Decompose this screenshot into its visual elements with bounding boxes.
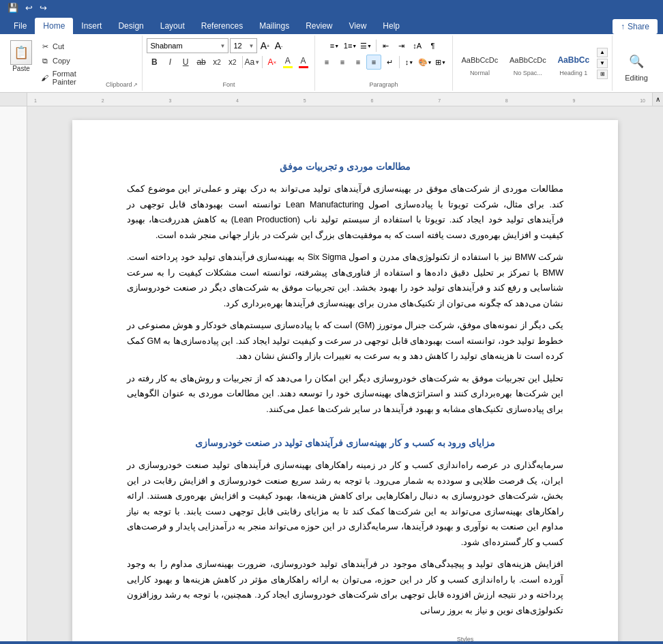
style-nospace-label: No Spac... (514, 70, 542, 76)
ruler-side-left (0, 93, 27, 106)
style-no-spacing[interactable]: AaBbCcDc No Spac... (505, 48, 550, 79)
editing-label: Editing (625, 74, 648, 82)
highlight-button[interactable]: A (280, 55, 295, 70)
align-center-button[interactable]: ≡ (335, 55, 350, 70)
ruler-mark: 7 (438, 98, 441, 103)
tab-mailings[interactable]: Mailings (251, 18, 297, 34)
clipboard-small-buttons: ✂ Cut ⧉ Copy 🖌 Format Painter (37, 40, 104, 87)
clipboard-group: 📋 Paste ✂ Cut ⧉ Copy 🖌 Format Painter (3, 35, 143, 91)
editing-group: 🔍 Editing (613, 35, 660, 91)
separator2 (262, 56, 263, 68)
strikethrough-button[interactable]: ab (194, 55, 209, 70)
font-color-button[interactable]: A (296, 55, 311, 70)
ruler-mark: 9 (573, 98, 576, 103)
font-shrink-button[interactable]: A- (272, 38, 284, 53)
ruler-mark: 1 (34, 98, 37, 103)
doc-paragraph-4: تحلیل این تجربیات موفق به شرکت‌های خودرو… (127, 371, 563, 418)
quick-access-toolbar: 💾 ↩ ↪ (0, 0, 663, 15)
ruler: 1 2 3 4 5 6 7 8 9 10 (27, 93, 652, 106)
font-size-arrow: ▼ (249, 43, 254, 49)
document-area[interactable]: مطالعات موردی و تجربیات موفق مطالعات مور… (27, 106, 663, 641)
share-button[interactable]: ↑ Share (613, 19, 658, 34)
show-marks-button[interactable]: ¶ (426, 38, 441, 53)
doc-paragraph-3: یکی دیگر از نمونه‌های موفق، شرکت جنرال م… (127, 318, 563, 364)
ruler-mark: 6 (370, 98, 373, 103)
ruler-mark: 4 (236, 98, 239, 103)
ribbon-tabs: File Home Insert Design Layout Reference… (0, 15, 663, 34)
tab-help[interactable]: Help (374, 18, 408, 34)
para-row2: ≡ ≡ ≡ ≡ ↵ ↕▼ 🎨▼ ⊞▼ (319, 55, 448, 70)
ruler-mark: 3 (168, 98, 171, 103)
font-grow-button[interactable]: A+ (259, 38, 271, 53)
doc-paragraph-1: مطالعات موردی از شرکت‌های موفق در بهینه‌… (127, 181, 563, 243)
left-margin (0, 106, 27, 641)
format-painter-icon: 🖌 (40, 72, 50, 83)
superscript-button[interactable]: x2 (225, 55, 240, 70)
bullets-button[interactable]: ≡▼ (327, 38, 342, 53)
subscript-button[interactable]: x2 (209, 55, 224, 70)
copy-icon: ⧉ (40, 55, 50, 66)
redo-button[interactable]: ↪ (38, 2, 49, 14)
main-area: مطالعات موردی و تجربیات موفق مطالعات مور… (0, 106, 663, 641)
sort-button[interactable]: ↕A (410, 38, 425, 53)
ruler-mark: 8 (505, 98, 508, 103)
underline-button[interactable]: U (178, 55, 193, 70)
style-nospace-preview: AaBbCcDc (510, 50, 546, 70)
save-button[interactable]: 💾 (5, 2, 20, 14)
style-heading1[interactable]: AaBbCc Heading 1 (553, 48, 594, 79)
shading-button[interactable]: 🎨▼ (417, 55, 432, 70)
font-name-selector[interactable]: Shabnam ▼ (147, 38, 229, 53)
para-sep2 (399, 56, 400, 68)
section-gap (127, 424, 563, 437)
tab-view[interactable]: View (341, 18, 375, 34)
doc-paragraph-6: افزایش هزینه‌های تولید و پیچیدگی‌های موج… (127, 557, 563, 618)
style-normal-label: Normal (470, 70, 490, 76)
cut-button[interactable]: ✂ Cut (37, 40, 104, 53)
font-size-selector[interactable]: 12 ▼ (230, 38, 257, 53)
line-spacing-button[interactable]: ↕▼ (402, 55, 417, 70)
expand-icon[interactable]: ↗ (133, 82, 138, 88)
clear-format-button[interactable]: A× (265, 55, 280, 70)
align-left-button[interactable]: ≡ (319, 55, 334, 70)
style-normal[interactable]: AaBbCcDc Normal (457, 48, 503, 79)
undo-button[interactable]: ↩ (23, 2, 35, 14)
borders-button[interactable]: ⊞▼ (433, 55, 448, 70)
tab-home[interactable]: Home (35, 18, 73, 34)
tab-review[interactable]: Review (297, 18, 340, 34)
format-painter-button[interactable]: 🖌 Format Painter (37, 68, 104, 87)
doc-paragraph-2: شرکت BMW نیز با استفاده از تکنولوژی‌های … (127, 250, 563, 311)
para-sep1 (376, 40, 377, 52)
multilevel-button[interactable]: ☰▼ (359, 38, 374, 53)
font-name-arrow: ▼ (220, 43, 226, 49)
styles-scroll-down[interactable]: ▼ (597, 59, 608, 68)
numbering-button[interactable]: 1≡▼ (343, 38, 358, 53)
search-button[interactable]: 🔍 (625, 50, 647, 72)
cut-icon: ✂ (40, 41, 50, 52)
ruler-area: 1 2 3 4 5 6 7 8 9 10 ∧ (0, 93, 663, 106)
italic-button[interactable]: I (162, 55, 177, 70)
increase-indent-button[interactable]: ⇥ (394, 38, 409, 53)
justify-button[interactable]: ≡ (366, 55, 381, 70)
ribbon: 📋 Paste ✂ Cut ⧉ Copy 🖌 Format Painter (0, 34, 663, 93)
rtl-button[interactable]: ↵ (382, 55, 397, 70)
ribbon-collapse-button[interactable]: ∧ (652, 93, 663, 106)
styles-scroll-up[interactable]: ▲ (597, 48, 608, 57)
case-button[interactable]: Aa▼ (245, 55, 260, 70)
align-right-button[interactable]: ≡ (351, 55, 366, 70)
paragraph-group-label: Paragraph (370, 80, 398, 88)
styles-scroll: ▲ ▼ ⊞ (597, 48, 608, 79)
tab-layout[interactable]: Layout (152, 18, 193, 34)
copy-button[interactable]: ⧉ Copy (37, 54, 104, 68)
tab-references[interactable]: References (193, 18, 251, 34)
paste-button[interactable]: 📋 Paste (7, 38, 35, 74)
styles-expand[interactable]: ⊞ (597, 70, 608, 79)
paragraph-group: ≡▼ 1≡▼ ☰▼ ⇤ ⇥ ↕A ¶ ≡ ≡ ≡ ≡ ↵ ↕▼ 🎨▼ ⊞▼ Pa… (315, 35, 452, 91)
section-heading-2: مزایای ورود به کسب و کار بهینه‌سازی فرآی… (127, 437, 563, 448)
ruler-mark: 5 (304, 98, 306, 103)
tab-file[interactable]: File (5, 18, 35, 34)
tab-insert[interactable]: Insert (73, 18, 110, 34)
tab-design[interactable]: Design (110, 18, 151, 34)
decrease-indent-button[interactable]: ⇤ (379, 38, 394, 53)
bold-button[interactable]: B (147, 55, 162, 70)
font-group: Shabnam ▼ 12 ▼ A+ A- B I U ab x2 x2 Aa▼ (143, 35, 315, 91)
